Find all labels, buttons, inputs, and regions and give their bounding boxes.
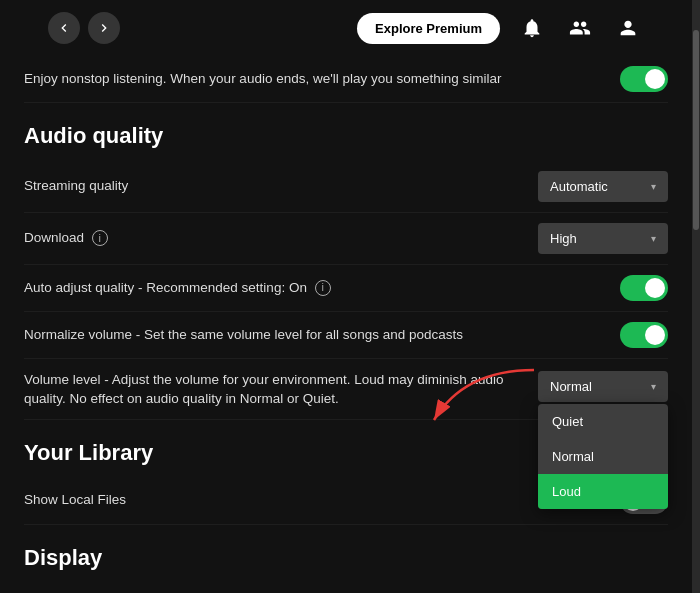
now-playing-row: Show the now-playing panel on click of p…	[24, 583, 668, 593]
top-right-actions: Explore Premium	[357, 12, 644, 44]
streaming-quality-label: Streaming quality	[24, 177, 538, 196]
download-dropdown[interactable]: High ▾	[538, 223, 668, 254]
normalize-volume-row: Normalize volume - Set the same volume l…	[24, 312, 668, 359]
explore-premium-button[interactable]: Explore Premium	[357, 13, 500, 44]
friends-button[interactable]	[564, 12, 596, 44]
streaming-quality-value: Automatic	[550, 179, 608, 194]
show-local-files-label: Show Local Files	[24, 491, 620, 510]
volume-level-dropdown-btn[interactable]: Normal ▾	[538, 371, 668, 402]
nav-arrows	[48, 12, 120, 44]
back-button[interactable]	[48, 12, 80, 44]
audio-quality-section-label: Audio quality	[24, 123, 668, 149]
download-label: Download i	[24, 229, 538, 248]
autoplay-toggle[interactable]	[620, 66, 668, 92]
volume-option-quiet[interactable]: Quiet	[538, 404, 668, 439]
auto-adjust-toggle[interactable]	[620, 275, 668, 301]
volume-level-row: Volume level - Adjust the volume for you…	[24, 359, 668, 420]
auto-adjust-label: Auto adjust quality - Recommended settin…	[24, 279, 620, 298]
display-section-label: Display	[24, 545, 668, 571]
autoplay-label: Enjoy nonstop listening. When your audio…	[24, 70, 620, 89]
volume-level-label: Volume level - Adjust the volume for you…	[24, 371, 538, 409]
volume-level-value: Normal	[550, 379, 592, 394]
normalize-volume-toggle[interactable]	[620, 322, 668, 348]
download-row: Download i High ▾	[24, 213, 668, 265]
auto-adjust-info-icon[interactable]: i	[315, 280, 331, 296]
scrollbar-track[interactable]	[692, 0, 700, 593]
profile-button[interactable]	[612, 12, 644, 44]
auto-adjust-row: Auto adjust quality - Recommended settin…	[24, 265, 668, 312]
volume-level-dropdown-container: Normal ▾ Quiet Normal Loud	[538, 371, 668, 402]
download-chevron: ▾	[651, 233, 656, 244]
volume-level-dropdown-menu: Quiet Normal Loud	[538, 404, 668, 509]
download-info-icon[interactable]: i	[92, 230, 108, 246]
streaming-quality-chevron: ▾	[651, 181, 656, 192]
volume-option-loud[interactable]: Loud	[538, 474, 668, 509]
volume-option-normal[interactable]: Normal	[538, 439, 668, 474]
download-dropdown-btn[interactable]: High ▾	[538, 223, 668, 254]
scrollbar-thumb[interactable]	[693, 30, 699, 230]
streaming-quality-dropdown-btn[interactable]: Automatic ▾	[538, 171, 668, 202]
notifications-button[interactable]	[516, 12, 548, 44]
streaming-quality-row: Streaming quality Automatic ▾	[24, 161, 668, 213]
normalize-volume-label: Normalize volume - Set the same volume l…	[24, 326, 620, 345]
download-value: High	[550, 231, 577, 246]
forward-button[interactable]	[88, 12, 120, 44]
top-bar: Explore Premium	[24, 0, 668, 56]
streaming-quality-dropdown[interactable]: Automatic ▾	[538, 171, 668, 202]
autoplay-row: Enjoy nonstop listening. When your audio…	[24, 56, 668, 103]
volume-level-chevron: ▾	[651, 381, 656, 392]
